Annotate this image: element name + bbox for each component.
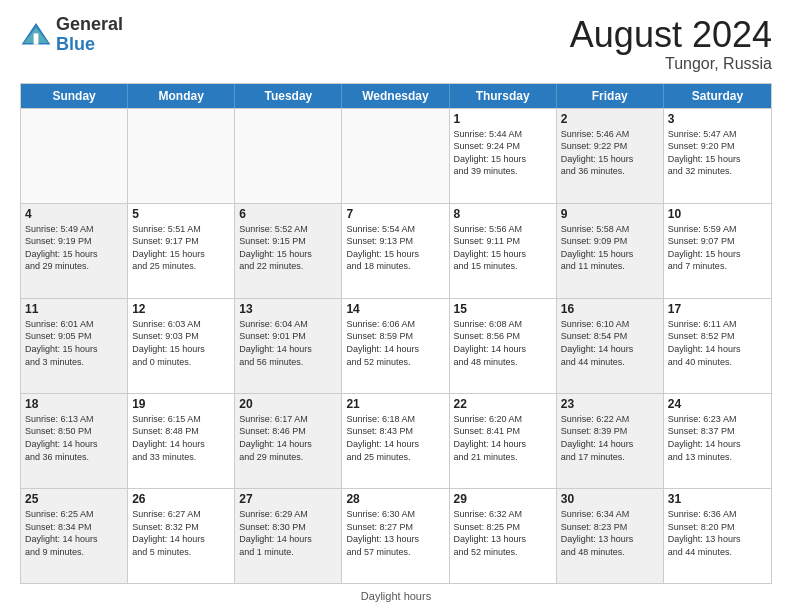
calendar-cell: 3Sunrise: 5:47 AM Sunset: 9:20 PM Daylig…	[664, 109, 771, 203]
calendar-cell: 13Sunrise: 6:04 AM Sunset: 9:01 PM Dayli…	[235, 299, 342, 393]
calendar-cell: 26Sunrise: 6:27 AM Sunset: 8:32 PM Dayli…	[128, 489, 235, 583]
calendar-cell: 29Sunrise: 6:32 AM Sunset: 8:25 PM Dayli…	[450, 489, 557, 583]
day-info: Sunrise: 6:29 AM Sunset: 8:30 PM Dayligh…	[239, 508, 337, 558]
day-number: 30	[561, 492, 659, 506]
day-number: 15	[454, 302, 552, 316]
calendar-cell	[235, 109, 342, 203]
day-number: 31	[668, 492, 767, 506]
day-info: Sunrise: 6:27 AM Sunset: 8:32 PM Dayligh…	[132, 508, 230, 558]
calendar-cell: 20Sunrise: 6:17 AM Sunset: 8:46 PM Dayli…	[235, 394, 342, 488]
calendar-cell: 10Sunrise: 5:59 AM Sunset: 9:07 PM Dayli…	[664, 204, 771, 298]
day-info: Sunrise: 5:51 AM Sunset: 9:17 PM Dayligh…	[132, 223, 230, 273]
calendar-body: 1Sunrise: 5:44 AM Sunset: 9:24 PM Daylig…	[21, 108, 771, 583]
day-number: 23	[561, 397, 659, 411]
day-info: Sunrise: 5:49 AM Sunset: 9:19 PM Dayligh…	[25, 223, 123, 273]
calendar-cell: 16Sunrise: 6:10 AM Sunset: 8:54 PM Dayli…	[557, 299, 664, 393]
day-number: 16	[561, 302, 659, 316]
calendar-cell	[342, 109, 449, 203]
calendar-row: 25Sunrise: 6:25 AM Sunset: 8:34 PM Dayli…	[21, 488, 771, 583]
svg-rect-2	[34, 33, 39, 44]
calendar-cell: 21Sunrise: 6:18 AM Sunset: 8:43 PM Dayli…	[342, 394, 449, 488]
day-info: Sunrise: 6:08 AM Sunset: 8:56 PM Dayligh…	[454, 318, 552, 368]
month-title: August 2024	[570, 15, 772, 55]
weekday-header: Saturday	[664, 84, 771, 108]
day-info: Sunrise: 6:06 AM Sunset: 8:59 PM Dayligh…	[346, 318, 444, 368]
calendar-cell: 4Sunrise: 5:49 AM Sunset: 9:19 PM Daylig…	[21, 204, 128, 298]
day-number: 8	[454, 207, 552, 221]
header: General Blue August 2024 Tungor, Russia	[20, 15, 772, 73]
calendar-cell: 18Sunrise: 6:13 AM Sunset: 8:50 PM Dayli…	[21, 394, 128, 488]
day-number: 5	[132, 207, 230, 221]
weekday-header: Wednesday	[342, 84, 449, 108]
day-number: 24	[668, 397, 767, 411]
day-info: Sunrise: 5:52 AM Sunset: 9:15 PM Dayligh…	[239, 223, 337, 273]
logo-icon	[20, 19, 52, 51]
day-info: Sunrise: 6:15 AM Sunset: 8:48 PM Dayligh…	[132, 413, 230, 463]
calendar-cell: 17Sunrise: 6:11 AM Sunset: 8:52 PM Dayli…	[664, 299, 771, 393]
day-number: 19	[132, 397, 230, 411]
calendar-cell: 31Sunrise: 6:36 AM Sunset: 8:20 PM Dayli…	[664, 489, 771, 583]
day-info: Sunrise: 6:34 AM Sunset: 8:23 PM Dayligh…	[561, 508, 659, 558]
day-number: 10	[668, 207, 767, 221]
day-info: Sunrise: 6:23 AM Sunset: 8:37 PM Dayligh…	[668, 413, 767, 463]
calendar-cell: 8Sunrise: 5:56 AM Sunset: 9:11 PM Daylig…	[450, 204, 557, 298]
calendar-row: 4Sunrise: 5:49 AM Sunset: 9:19 PM Daylig…	[21, 203, 771, 298]
day-info: Sunrise: 5:59 AM Sunset: 9:07 PM Dayligh…	[668, 223, 767, 273]
day-info: Sunrise: 6:04 AM Sunset: 9:01 PM Dayligh…	[239, 318, 337, 368]
calendar-cell: 23Sunrise: 6:22 AM Sunset: 8:39 PM Dayli…	[557, 394, 664, 488]
weekday-header: Sunday	[21, 84, 128, 108]
location: Tungor, Russia	[570, 55, 772, 73]
day-number: 22	[454, 397, 552, 411]
day-info: Sunrise: 6:32 AM Sunset: 8:25 PM Dayligh…	[454, 508, 552, 558]
day-info: Sunrise: 6:22 AM Sunset: 8:39 PM Dayligh…	[561, 413, 659, 463]
day-number: 27	[239, 492, 337, 506]
day-info: Sunrise: 6:30 AM Sunset: 8:27 PM Dayligh…	[346, 508, 444, 558]
day-info: Sunrise: 5:54 AM Sunset: 9:13 PM Dayligh…	[346, 223, 444, 273]
logo-general-text: General	[56, 14, 123, 34]
calendar-cell: 19Sunrise: 6:15 AM Sunset: 8:48 PM Dayli…	[128, 394, 235, 488]
day-info: Sunrise: 6:25 AM Sunset: 8:34 PM Dayligh…	[25, 508, 123, 558]
footer: Daylight hours	[20, 590, 772, 602]
day-info: Sunrise: 6:03 AM Sunset: 9:03 PM Dayligh…	[132, 318, 230, 368]
day-number: 1	[454, 112, 552, 126]
day-info: Sunrise: 6:18 AM Sunset: 8:43 PM Dayligh…	[346, 413, 444, 463]
day-number: 17	[668, 302, 767, 316]
day-info: Sunrise: 5:56 AM Sunset: 9:11 PM Dayligh…	[454, 223, 552, 273]
day-number: 29	[454, 492, 552, 506]
day-info: Sunrise: 5:47 AM Sunset: 9:20 PM Dayligh…	[668, 128, 767, 178]
day-number: 6	[239, 207, 337, 221]
logo-blue-text: Blue	[56, 34, 95, 54]
day-info: Sunrise: 6:20 AM Sunset: 8:41 PM Dayligh…	[454, 413, 552, 463]
calendar-cell: 2Sunrise: 5:46 AM Sunset: 9:22 PM Daylig…	[557, 109, 664, 203]
calendar-cell: 1Sunrise: 5:44 AM Sunset: 9:24 PM Daylig…	[450, 109, 557, 203]
logo: General Blue	[20, 15, 123, 55]
calendar-cell: 5Sunrise: 5:51 AM Sunset: 9:17 PM Daylig…	[128, 204, 235, 298]
page: General Blue August 2024 Tungor, Russia …	[0, 0, 792, 612]
calendar-row: 1Sunrise: 5:44 AM Sunset: 9:24 PM Daylig…	[21, 108, 771, 203]
calendar-cell: 25Sunrise: 6:25 AM Sunset: 8:34 PM Dayli…	[21, 489, 128, 583]
day-number: 2	[561, 112, 659, 126]
day-number: 12	[132, 302, 230, 316]
day-number: 28	[346, 492, 444, 506]
calendar-cell: 24Sunrise: 6:23 AM Sunset: 8:37 PM Dayli…	[664, 394, 771, 488]
calendar-cell: 15Sunrise: 6:08 AM Sunset: 8:56 PM Dayli…	[450, 299, 557, 393]
calendar: SundayMondayTuesdayWednesdayThursdayFrid…	[20, 83, 772, 584]
day-info: Sunrise: 6:10 AM Sunset: 8:54 PM Dayligh…	[561, 318, 659, 368]
calendar-cell: 30Sunrise: 6:34 AM Sunset: 8:23 PM Dayli…	[557, 489, 664, 583]
weekday-header: Tuesday	[235, 84, 342, 108]
daylight-label: Daylight hours	[361, 590, 431, 602]
day-number: 9	[561, 207, 659, 221]
day-number: 14	[346, 302, 444, 316]
calendar-cell	[128, 109, 235, 203]
day-info: Sunrise: 6:01 AM Sunset: 9:05 PM Dayligh…	[25, 318, 123, 368]
day-info: Sunrise: 5:44 AM Sunset: 9:24 PM Dayligh…	[454, 128, 552, 178]
day-number: 4	[25, 207, 123, 221]
calendar-cell: 27Sunrise: 6:29 AM Sunset: 8:30 PM Dayli…	[235, 489, 342, 583]
day-number: 7	[346, 207, 444, 221]
calendar-cell: 12Sunrise: 6:03 AM Sunset: 9:03 PM Dayli…	[128, 299, 235, 393]
day-number: 21	[346, 397, 444, 411]
day-number: 3	[668, 112, 767, 126]
calendar-cell: 7Sunrise: 5:54 AM Sunset: 9:13 PM Daylig…	[342, 204, 449, 298]
day-number: 20	[239, 397, 337, 411]
day-number: 13	[239, 302, 337, 316]
